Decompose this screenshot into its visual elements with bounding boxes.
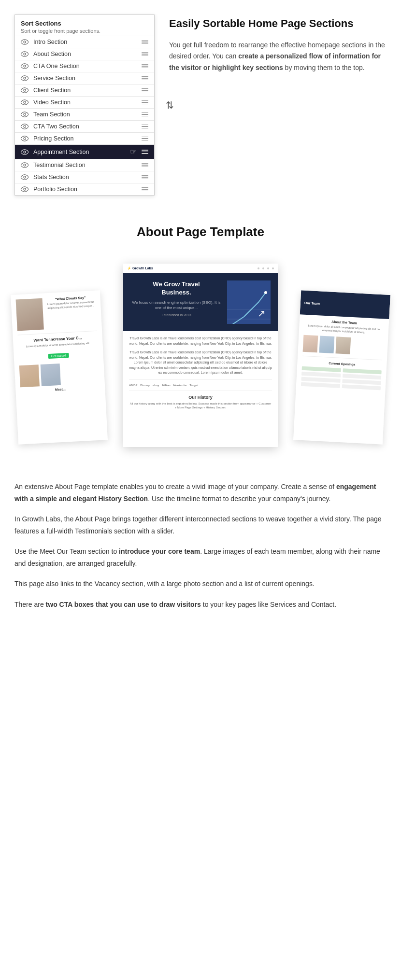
mockup-main-hero: We Grow TravelBusiness. We focus on sear… — [123, 273, 278, 331]
chart-svg — [227, 280, 271, 324]
right-header-title: Our Team — [304, 301, 320, 305]
svg-point-1 — [24, 53, 26, 55]
left-meet-title: Meet... — [20, 385, 100, 393]
nav-dot-1 — [258, 267, 259, 269]
section-row-0[interactable]: Intro Section — [15, 36, 154, 48]
table-cell-4 — [342, 379, 381, 385]
svg-point-3 — [24, 77, 26, 79]
mockup-divider-2 — [129, 391, 272, 391]
mockup-left: "What Clients Say" Lorem ipsum dolor sit… — [11, 290, 108, 444]
section-row-5[interactable]: Video Section — [15, 96, 154, 108]
eye-icon-9[interactable] — [20, 149, 29, 155]
drag-handle-7[interactable] — [141, 124, 149, 130]
left-cta-btn: Get Started — [48, 353, 69, 359]
section-label-4: Client Section — [33, 87, 137, 94]
table-cell-h2 — [343, 368, 382, 374]
team-thumb-3 — [335, 337, 351, 355]
sort-panel-wrapper: Sort Sections Sort or toggle front page … — [14, 14, 155, 196]
svg-point-10 — [24, 164, 26, 166]
eye-icon-3[interactable] — [20, 75, 29, 82]
drag-handle-5[interactable] — [141, 99, 149, 106]
section-row-12[interactable]: Portfolio Section — [15, 183, 154, 195]
eye-icon-1[interactable] — [20, 51, 29, 57]
section-label-12: Portfolio Section — [33, 186, 137, 193]
drag-handle-11[interactable] — [141, 174, 149, 181]
right-about-text: Lorem ipsum dolor sit amet consectetur a… — [304, 324, 384, 336]
right-header-bar: Our Team — [300, 290, 390, 319]
drag-handle-10[interactable] — [141, 162, 149, 168]
eye-icon-4[interactable] — [20, 87, 29, 94]
mockup-history-title: Our History — [129, 395, 272, 400]
mockup-container: "What Clients Say" Lorem ipsum dolor sit… — [14, 254, 387, 462]
about-desc-4: This page also links to the Vacancy sect… — [14, 578, 387, 590]
about-description-area: An extensive About Page template enables… — [14, 481, 387, 610]
top-feature-section: Sort Sections Sort or toggle front page … — [0, 0, 401, 215]
sort-panel-title: Sort Sections — [21, 20, 148, 27]
mockup-body-text1: Travel Growth Labs is an Travel customer… — [129, 336, 272, 346]
mockup-hero-img — [227, 280, 271, 324]
svg-point-2 — [24, 65, 26, 67]
table-cell-6 — [342, 384, 381, 390]
section-row-7[interactable]: CTA Two Section — [15, 120, 154, 132]
eye-icon-0[interactable] — [20, 39, 29, 45]
drag-handle-9[interactable] — [141, 149, 149, 155]
feature-description: Easily Sortable Home Page Sections You g… — [169, 14, 387, 74]
eye-icon-5[interactable] — [20, 99, 29, 106]
section-label-0: Intro Section — [33, 39, 137, 45]
section-label-11: Stats Section — [33, 174, 137, 181]
mockup-main: ⚡ Growth Labs We Grow TravelBusiness. We… — [123, 264, 278, 447]
section-row-6[interactable]: Team Section — [15, 108, 154, 120]
right-team-photos — [303, 335, 384, 356]
drag-handle-2[interactable] — [141, 63, 149, 70]
left-team-img1 — [19, 364, 40, 387]
drag-handle-8[interactable] — [141, 136, 149, 142]
eye-icon-12[interactable] — [20, 186, 29, 193]
about-page-section: About Page Template "What Clients Say" L… — [0, 215, 401, 638]
svg-point-4 — [24, 89, 26, 91]
svg-rect-13 — [227, 280, 271, 324]
table-cell-3 — [301, 377, 340, 383]
nav-dot-4 — [272, 267, 274, 269]
svg-point-7 — [24, 126, 26, 127]
section-label-1: About Section — [33, 51, 137, 57]
svg-point-8 — [24, 138, 26, 140]
drag-handle-4[interactable] — [141, 87, 149, 94]
section-row-1[interactable]: About Section — [15, 48, 154, 60]
section-row-10[interactable]: Testimonial Section — [15, 159, 154, 171]
drag-handle-1[interactable] — [141, 51, 149, 57]
eye-icon-10[interactable] — [20, 162, 29, 168]
section-label-8: Pricing Section — [33, 135, 137, 142]
svg-point-11 — [24, 176, 26, 178]
cursor-icon: ☞ — [130, 147, 137, 156]
drag-handle-6[interactable] — [141, 112, 149, 118]
right-openings-title: Current Openings — [302, 360, 382, 368]
mockup-established: Established in 2013 — [130, 313, 222, 317]
sort-panel-subtitle: Sort or toggle front page sections. — [21, 28, 148, 34]
section-label-2: CTA One Section — [33, 63, 137, 70]
section-row-4[interactable]: Client Section — [15, 84, 154, 96]
about-desc-3: Use the Meet Our Team section to introdu… — [14, 546, 387, 569]
eye-icon-8[interactable] — [20, 135, 29, 142]
section-row-11[interactable]: Stats Section — [15, 171, 154, 183]
about-desc-1: An extensive About Page template enables… — [14, 481, 387, 504]
table-cell-h1 — [302, 366, 341, 372]
section-row-9[interactable]: Appointment Section☞ — [15, 144, 154, 159]
mockup-hero-sub: We focus on search engine optimization (… — [130, 300, 222, 310]
section-row-2[interactable]: CTA One Section — [15, 60, 154, 72]
section-row-8[interactable]: Pricing Section — [15, 132, 154, 144]
section-row-3[interactable]: Service Section — [15, 72, 154, 84]
eye-icon-2[interactable] — [20, 63, 29, 70]
table-cell-1 — [301, 372, 341, 378]
mockup-right: Our Team About the Team Lorem ipsum dolo… — [293, 290, 390, 444]
nav-dot-2 — [262, 267, 264, 269]
svg-point-0 — [24, 41, 26, 43]
drag-handle-12[interactable] — [141, 186, 149, 193]
eye-icon-7[interactable] — [20, 123, 29, 130]
drag-handle-3[interactable] — [141, 75, 149, 82]
eye-icon-6[interactable] — [20, 111, 29, 118]
eye-icon-11[interactable] — [20, 174, 29, 181]
left-mockup-img1 — [16, 298, 44, 331]
mockup-history-text: All our history along with the best is e… — [129, 402, 272, 410]
about-desc-2: In Growth Labs, the About Page brings to… — [14, 513, 387, 537]
drag-handle-0[interactable] — [141, 39, 149, 45]
